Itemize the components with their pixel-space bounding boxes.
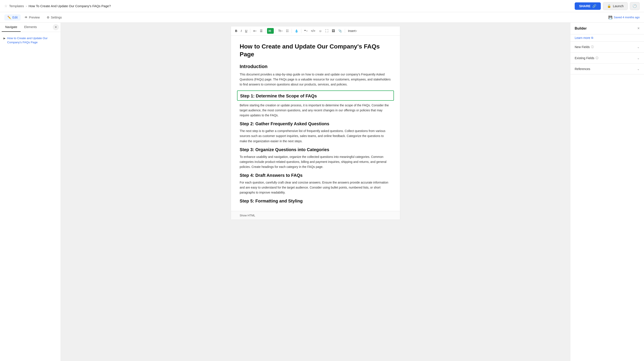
step2-body: The next step is to gather a comprehensi… [240, 129, 391, 144]
builder-section-existing-fields[interactable]: Existing Fields ⓘ ⌄ [570, 53, 644, 64]
tab-preview[interactable]: 👁 Preview [22, 14, 43, 21]
sidebar-item-label: How to Create and Update Our Company's F… [7, 36, 57, 45]
learn-more-link[interactable]: Learn more [575, 36, 590, 40]
section-step3: Step 3: Organize Questions into Categori… [240, 147, 391, 169]
italic-button[interactable]: I [239, 28, 243, 34]
clock-button[interactable]: 🕐 [630, 2, 640, 10]
editor-wrapper: B I U ≡ ▾ ☰ H ▾ Tt ▾ [231, 26, 400, 220]
quote-button[interactable]: ❝ ▾ [303, 28, 309, 34]
page-title: How To Create And Update Our Company's F… [28, 4, 111, 8]
attach-button[interactable]: 📎 [337, 28, 344, 34]
underline-button[interactable]: U [244, 28, 249, 34]
section-step4: Step 4: Draft Answers to FAQs For each q… [240, 173, 391, 195]
code-icon: </> [311, 29, 315, 33]
heading-button[interactable]: H ▾ [267, 28, 274, 34]
emoji-icon: ☺ [319, 29, 322, 33]
existing-fields-text: Existing Fields [575, 56, 594, 60]
divider-6 [345, 29, 345, 33]
sidebar-tab-navigate[interactable]: Navigate [2, 23, 21, 32]
textsize-button[interactable]: Tt ▾ [276, 28, 284, 34]
tab-edit-label: Edit [12, 16, 18, 19]
quote-caret: ▾ [306, 30, 308, 32]
share-label: SHARE [579, 4, 590, 8]
heading-caret: ▾ [271, 30, 272, 32]
builder-panel: Builder × Learn more ⧉ New Fields ⓘ ⌄ Ex… [570, 23, 644, 361]
expand-button[interactable]: ⛶ [324, 28, 330, 34]
lock-icon: 🔒 [607, 4, 611, 8]
sidebar-close-button[interactable]: × [53, 24, 59, 30]
underline-label: U [245, 29, 247, 33]
builder-header: Builder × [570, 23, 644, 34]
share-button[interactable]: SHARE 🔗 [575, 3, 601, 10]
breadcrumb-chevron: › [26, 4, 27, 8]
preview-icon: 👁 [24, 16, 28, 19]
expand-icon: ⛶ [325, 29, 328, 33]
new-fields-text: New Fields [575, 45, 590, 49]
divider-4 [292, 29, 292, 33]
list-ol-icon: ☷ [286, 29, 289, 33]
external-link-icon: ⧉ [591, 36, 593, 40]
star-icon: ☆ [4, 4, 8, 8]
existing-fields-info-icon: ⓘ [596, 56, 598, 60]
tab-settings[interactable]: ⚙ Settings [44, 14, 65, 21]
insert-label: Insert [348, 29, 356, 33]
step4-body: For each question, carefully craft clear… [240, 180, 391, 195]
attach-icon: 📎 [338, 29, 342, 33]
section-step5: Step 5: Formatting and Styling [240, 199, 391, 204]
references-label: References [575, 67, 590, 71]
color-icon: 💧 [294, 29, 298, 33]
step3-heading: Step 3: Organize Questions into Categori… [240, 147, 391, 152]
top-nav: ☆ Templates › How To Create And Update O… [0, 0, 644, 12]
step1-heading: Step 1: Determine the Scope of FAQs [240, 94, 391, 99]
tabs-left: ✏️ Edit 👁 Preview ⚙ Settings [4, 14, 65, 21]
builder-section-new-fields[interactable]: New Fields ⓘ ⌄ [570, 42, 644, 53]
section-step2: Step 2: Gather Frequently Asked Question… [240, 121, 391, 144]
list-ul-button[interactable]: ☰ [258, 28, 264, 34]
pencil-icon: ✏️ [8, 16, 11, 19]
section-step1[interactable]: Step 1: Determine the Scope of FAQs [237, 91, 394, 101]
builder-section-references[interactable]: References ⌄ [570, 64, 644, 74]
launch-label: Launch [613, 4, 624, 8]
list-ol-button[interactable]: ☷ [284, 28, 290, 34]
bold-label: B [235, 29, 237, 33]
references-text: References [575, 67, 590, 71]
gear-icon: ⚙ [47, 16, 50, 19]
builder-title: Builder [575, 27, 587, 31]
format-toolbar: B I U ≡ ▾ ☰ H ▾ Tt ▾ [231, 26, 400, 36]
launch-button[interactable]: 🔒 Launch [603, 2, 628, 10]
templates-link[interactable]: Templates [9, 4, 24, 8]
code-button[interactable]: </> [310, 28, 317, 34]
align-button[interactable]: ≡ ▾ [252, 28, 258, 34]
builder-close-button[interactable]: × [637, 26, 640, 31]
link-icon: 🔗 [592, 4, 596, 8]
textsize-caret: ▾ [281, 30, 282, 32]
editor-area: B I U ≡ ▾ ☰ H ▾ Tt ▾ [61, 23, 570, 361]
italic-label: I [241, 29, 242, 33]
show-html-bar[interactable]: Show HTML [231, 211, 400, 220]
builder-learn-more: Learn more ⧉ [570, 34, 644, 42]
tab-edit[interactable]: ✏️ Edit [4, 14, 21, 21]
section-intro: Introduction This document provides a st… [240, 64, 391, 87]
new-fields-chevron: ⌄ [637, 45, 640, 49]
sidebar-item-faqs[interactable]: ▶ How to Create and Update Our Company's… [4, 36, 57, 46]
tab-preview-label: Preview [29, 16, 40, 19]
existing-fields-label: Existing Fields ⓘ [575, 56, 598, 60]
sidebar-tab-elements[interactable]: Elements [21, 23, 40, 32]
intro-heading: Introduction [240, 64, 391, 69]
heading-label: H [268, 29, 271, 33]
color-button[interactable]: 💧 [293, 28, 300, 34]
toolbar-tabs: ✏️ Edit 👁 Preview ⚙ Settings 💾 Saved 4 m… [0, 12, 644, 23]
references-chevron: ⌄ [637, 67, 640, 71]
textsize-label: Tt [278, 29, 281, 33]
step2-heading: Step 2: Gather Frequently Asked Question… [240, 121, 391, 126]
emoji-button[interactable]: ☺ [317, 28, 323, 34]
main-layout: Navigate Elements × ▶ How to Create and … [0, 23, 644, 361]
image-button[interactable]: 🖼 [330, 28, 336, 34]
divider-1 [250, 29, 250, 33]
insert-button[interactable]: Insert ▾ [346, 28, 358, 34]
intro-body: This document provides a step-by-step gu… [240, 72, 391, 87]
quote-icon: ❝ [304, 29, 306, 33]
breadcrumb: ☆ Templates › How To Create And Update O… [4, 4, 111, 8]
save-icon: 💾 [608, 16, 612, 19]
bold-button[interactable]: B [234, 28, 239, 34]
